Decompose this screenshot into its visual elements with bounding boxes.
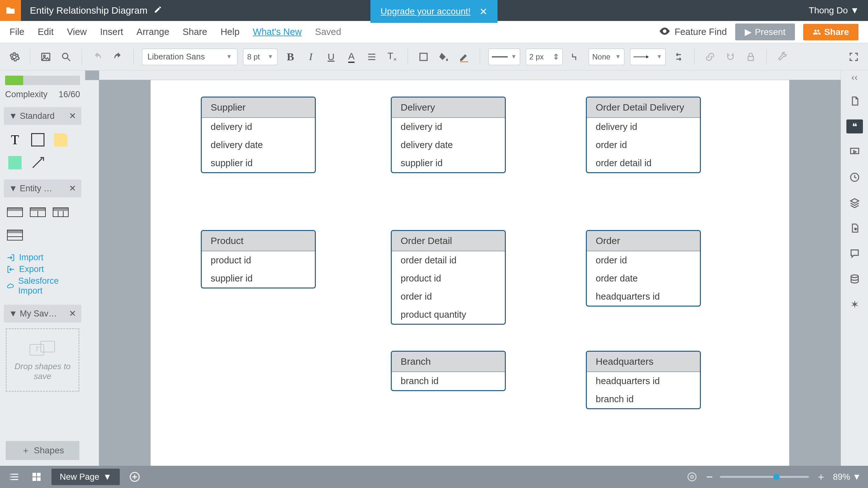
layers-icon[interactable] — [848, 196, 862, 210]
entity-order-detail[interactable]: Order Detail order detail id product id … — [391, 230, 506, 325]
line-width-select[interactable]: 2 px⇕ — [526, 49, 563, 65]
document-title[interactable]: Entity Relationship Diagram — [30, 5, 148, 16]
comment-icon[interactable]: ❝ — [846, 119, 863, 133]
arrow-shape-icon[interactable] — [29, 154, 46, 171]
edit-title-icon[interactable] — [154, 5, 162, 16]
add-page-icon[interactable] — [127, 469, 142, 484]
magnet-icon[interactable] — [723, 50, 738, 64]
underline-icon[interactable]: U — [324, 50, 338, 64]
target-icon[interactable] — [685, 469, 699, 484]
note-shape-icon[interactable] — [52, 131, 69, 148]
entity-branch[interactable]: Branch branch id — [391, 351, 506, 391]
share-button[interactable]: Share — [803, 24, 859, 40]
svg-point-2 — [63, 53, 68, 58]
entity-order-detail-delivery[interactable]: Order Detail Delivery delivery id order … — [586, 97, 701, 173]
page-icon[interactable] — [848, 94, 862, 108]
menu-insert[interactable]: Insert — [100, 27, 123, 37]
menu-whats-new[interactable]: What's New — [253, 27, 302, 37]
feature-find[interactable]: Feature Find — [659, 27, 726, 37]
er-table3-icon[interactable] — [52, 204, 69, 221]
home-icon[interactable] — [0, 0, 21, 21]
er-table-icon[interactable] — [6, 204, 24, 221]
diagram-page[interactable]: Supplier delivery id delivery date suppl… — [151, 80, 789, 466]
undo-icon[interactable] — [90, 50, 105, 64]
collapse-rail-icon[interactable]: ‹‹ — [851, 72, 858, 83]
menu-file[interactable]: File — [9, 27, 25, 37]
text-shape-icon[interactable]: T — [6, 131, 24, 148]
svg-rect-18 — [7, 230, 23, 233]
left-panel: Complexity16/60 ▼ Standard✕ T ▼ Entity …… — [0, 70, 85, 466]
complexity-meter: Complexity16/60 — [0, 70, 85, 104]
saved-shapes-dropzone[interactable]: T Drop shapes to save — [6, 328, 80, 392]
user-menu[interactable]: Thong Do ▼ — [809, 5, 859, 16]
entity-headquarters[interactable]: Headquarters headquarters id branch id — [586, 351, 701, 409]
line-end-select[interactable]: ▼ — [630, 49, 665, 65]
export-link[interactable]: Export — [6, 264, 79, 274]
fullscreen-icon[interactable] — [846, 50, 861, 64]
grid-icon[interactable] — [29, 469, 44, 484]
right-rail: ‹‹ ❝ ✶ — [841, 70, 868, 466]
menu-help[interactable]: Help — [220, 27, 240, 37]
shape-border-icon[interactable] — [416, 50, 431, 64]
swap-ends-icon[interactable] — [671, 50, 686, 64]
master-icon[interactable]: ✶ — [848, 297, 862, 311]
shelf-entity[interactable]: ▼ Entity …✕ — [4, 180, 81, 197]
import-link[interactable]: Import — [6, 252, 79, 263]
entity-product[interactable]: Product product id supplier id — [201, 230, 316, 288]
present-icon[interactable] — [848, 145, 862, 159]
svg-rect-37 — [37, 477, 40, 481]
lock-icon[interactable] — [743, 50, 758, 64]
er-table4-icon[interactable] — [6, 226, 24, 244]
chat-icon[interactable] — [848, 247, 862, 261]
shelf-standard[interactable]: ▼ Standard✕ — [4, 107, 81, 125]
import-export-links: Import Export Salesforce Import — [0, 249, 85, 302]
wrench-icon[interactable] — [775, 50, 789, 64]
menu-view[interactable]: View — [67, 27, 87, 37]
entity-order[interactable]: Order order id order date headquarters i… — [586, 230, 701, 307]
gear-icon[interactable] — [7, 50, 22, 64]
page-tab[interactable]: New Page ▼ — [52, 468, 120, 485]
present-button[interactable]: ▶ Present — [735, 24, 795, 40]
er-table2-icon[interactable] — [29, 204, 46, 221]
fill-rect-icon[interactable] — [6, 154, 24, 171]
zoom-out-button[interactable]: − — [706, 470, 713, 484]
zoom-slider[interactable] — [720, 476, 809, 478]
history-icon[interactable] — [848, 170, 862, 184]
text-color-icon[interactable]: A — [344, 50, 359, 64]
font-size-select[interactable]: 8 pt▼ — [243, 49, 277, 65]
line-start-select[interactable]: None▼ — [589, 49, 624, 65]
border-color-icon[interactable] — [457, 50, 471, 64]
redo-icon[interactable] — [111, 50, 125, 64]
menu-arrange[interactable]: Arrange — [136, 27, 169, 37]
line-style-select[interactable]: ▼ — [488, 49, 520, 65]
shapes-button[interactable]: ＋ Shapes — [6, 441, 80, 460]
clear-format-icon[interactable]: T× — [385, 50, 399, 64]
align-icon[interactable] — [365, 50, 379, 64]
menu-share[interactable]: Share — [183, 27, 207, 37]
rect-shape-icon[interactable] — [29, 131, 46, 148]
entity-shapes — [0, 200, 85, 249]
upgrade-link[interactable]: Upgrade your account! — [381, 6, 470, 17]
bold-icon[interactable]: B — [283, 50, 298, 64]
fill-icon[interactable] — [437, 50, 451, 64]
title-bar: Entity Relationship Diagram Upgrade your… — [0, 0, 868, 21]
theme-icon[interactable] — [848, 221, 862, 235]
data-icon[interactable] — [848, 272, 862, 286]
menu-edit[interactable]: Edit — [38, 27, 54, 37]
zoom-level[interactable]: 89% ▼ — [833, 472, 861, 482]
italic-icon[interactable]: I — [303, 50, 318, 64]
entity-supplier[interactable]: Supplier delivery id delivery date suppl… — [201, 97, 316, 173]
font-family-select[interactable]: Liberation Sans▼ — [142, 49, 237, 65]
image-icon[interactable] — [38, 50, 53, 64]
entity-delivery[interactable]: Delivery delivery id delivery date suppl… — [391, 97, 506, 173]
menu-bar: File Edit View Insert Arrange Share Help… — [0, 21, 868, 43]
close-icon[interactable]: ✕ — [479, 6, 487, 17]
salesforce-import-link[interactable]: Salesforce Import — [6, 276, 79, 296]
zoom-in-button[interactable]: ＋ — [816, 470, 826, 484]
canvas-stage[interactable]: Supplier delivery id delivery date suppl… — [99, 80, 841, 466]
connector-type-icon[interactable] — [568, 50, 583, 64]
link-icon[interactable] — [703, 50, 717, 64]
outline-icon[interactable] — [7, 469, 22, 484]
shelf-my-saved[interactable]: ▼ My Sav…✕ — [4, 305, 81, 323]
search-icon[interactable] — [59, 50, 73, 64]
